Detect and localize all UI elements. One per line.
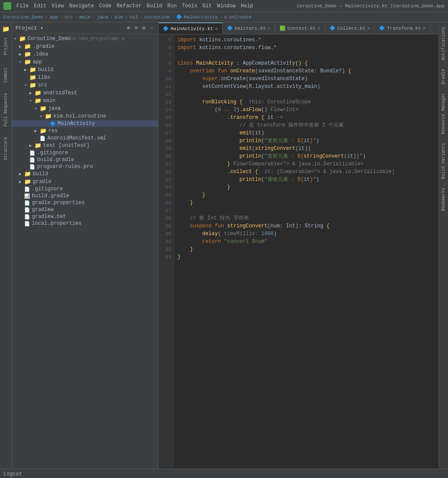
- menu-navigate[interactable]: Navigate: [69, 3, 94, 9]
- menu-view[interactable]: View: [52, 3, 64, 9]
- bc-coroutine-demo[interactable]: Coroutine_Demo: [3, 15, 43, 20]
- tab-context[interactable]: 🟩 Context.kt ✕: [275, 22, 325, 34]
- tab-label-emitters: Emitters.kt: [235, 26, 266, 31]
- tree-item-build-root[interactable]: ▶ 📁 build: [12, 170, 158, 178]
- tree-item-main[interactable]: ▾ 📁 main: [12, 97, 158, 105]
- side-tab-project[interactable]: Project: [3, 35, 9, 57]
- right-side-tabs: Notifications Gradle Resource Manager Bu…: [439, 22, 448, 469]
- bc-java[interactable]: java: [97, 15, 108, 20]
- menu-run[interactable]: Run: [167, 3, 177, 9]
- tree-item-manifest[interactable]: 📄 AndroidManifest.xml: [12, 135, 158, 142]
- tree-item-gradlew[interactable]: 📄 gradlew: [12, 206, 158, 213]
- tree-label-app: app: [33, 59, 42, 65]
- file-icon-gitignore-app: 📄: [29, 150, 35, 156]
- folder-icon-androidtest: 📁: [34, 90, 41, 96]
- editor-tabs: 🔷 MainActivity.kt ✕ 🔷 Emitters.kt ✕ 🟩 Co…: [159, 22, 439, 34]
- side-icon-1[interactable]: 📁: [1, 24, 11, 34]
- side-tab-commit[interactable]: Commit: [3, 65, 9, 84]
- tree-item-gradle-root[interactable]: ▶ 📁 gradle: [12, 178, 158, 186]
- tree-item-mainactivity[interactable]: 🔷 MainActivity: [12, 120, 158, 127]
- bc-oncreate[interactable]: onCreate: [229, 15, 252, 20]
- bc-hsl[interactable]: hsl: [129, 15, 138, 20]
- tree-item-build-gradle-root[interactable]: 📊 build.gradle: [12, 192, 158, 199]
- side-tab-structure[interactable]: Structure: [3, 135, 9, 162]
- menubar: File Edit View Navigate Code Refactor Bu…: [0, 0, 448, 12]
- tree-label-proguard: proguard-rules.pro: [37, 164, 93, 170]
- bc-app[interactable]: app: [50, 15, 58, 20]
- tree-item-gitignore-app[interactable]: 📄 .gitignore: [12, 149, 158, 156]
- folder-icon-libs: 📁: [29, 74, 36, 81]
- tree-item-test[interactable]: ▶ 📁 test [unitTest]: [12, 142, 158, 149]
- proj-icon-sync[interactable]: ≡: [134, 25, 140, 32]
- bc-coroutine[interactable]: coroutine: [144, 15, 170, 20]
- tree-item-libs[interactable]: 📁 libs: [12, 74, 158, 81]
- tree-item-gradle-hidden[interactable]: ▶ 📁 .gradle: [12, 43, 158, 50]
- right-tab-bookmarks[interactable]: Bookmarks: [440, 185, 447, 214]
- tab-close-transform[interactable]: ✕: [423, 25, 426, 31]
- file-icon-gradlew: 📄: [24, 207, 30, 213]
- tree-item-proguard[interactable]: 📄 proguard-rules.pro: [12, 163, 158, 170]
- bc-main[interactable]: main: [79, 15, 90, 20]
- tab-close-collect[interactable]: ✕: [367, 25, 370, 31]
- tab-mainactivity[interactable]: 🔷 MainActivity.kt ✕: [159, 22, 223, 34]
- menu-tools[interactable]: Tools: [182, 3, 197, 9]
- menu-build[interactable]: Build: [146, 3, 162, 9]
- tree-item-local-props[interactable]: 📄 local.properties: [12, 220, 158, 227]
- code-content[interactable]: 5 6 7 8 9 10 11 12 13 14 15 16 17 18 19 …: [159, 34, 439, 469]
- project-panel: Project ▾ ⊕ ≡ ⚙ – ▾ 📁 Coroutine_Demo D:\…: [12, 22, 159, 469]
- right-tab-resource-manager[interactable]: Resource Manager: [440, 90, 447, 137]
- bc-mainactivity[interactable]: MainActivity: [184, 15, 218, 20]
- tree-item-java[interactable]: ▾ 📁 java: [12, 105, 158, 112]
- tree-arrow-java: ▾: [34, 106, 39, 111]
- tree-item-gitignore-root[interactable]: 📄 .gitignore: [12, 186, 158, 192]
- tab-close-context[interactable]: ✕: [317, 25, 320, 31]
- file-icon-mainactivity: 🔷: [50, 121, 56, 127]
- tab-transform[interactable]: 🔷 Transform.kt ✕: [375, 22, 430, 34]
- tree-label-gradlew: gradlew: [32, 207, 53, 213]
- tab-emitters[interactable]: 🔷 Emitters.kt ✕: [223, 22, 275, 34]
- tree-item-res[interactable]: ▶ 📁 res: [12, 127, 158, 135]
- menu-help[interactable]: Help: [241, 3, 253, 9]
- proj-icon-new[interactable]: ⊕: [126, 24, 132, 32]
- tree-item-gradle-props[interactable]: 📄 gradle.properties: [12, 199, 158, 206]
- right-tab-notifications[interactable]: Notifications: [440, 24, 447, 63]
- tree-arrow-root: ▾: [14, 36, 18, 41]
- right-tab-build-variants[interactable]: Build Variants: [440, 140, 447, 182]
- tree-item-build-gradle-app[interactable]: 📄 build.gradle: [12, 156, 158, 163]
- tree-label-build-app: build: [38, 67, 53, 73]
- folder-icon-gradle-hidden: 📁: [24, 43, 31, 50]
- proj-icon-close[interactable]: –: [149, 25, 155, 32]
- tree-label-idea: .idea: [33, 51, 48, 57]
- tree-item-kim-hsl[interactable]: ▾ 📁 kim.hsl.coroutine: [12, 112, 158, 120]
- tree-item-app[interactable]: ▾ 📁 app: [12, 58, 158, 66]
- tree-item-src[interactable]: ▾ 📁 src: [12, 81, 158, 89]
- menu-edit[interactable]: Edit: [34, 3, 47, 9]
- menu-window[interactable]: Window: [217, 3, 236, 9]
- tab-icon-collect: 🔷: [330, 25, 336, 31]
- tree-arrow-kim-hsl: ▾: [40, 114, 44, 119]
- menu-git[interactable]: Git: [202, 3, 212, 9]
- tree-label-test: test [unitTest]: [43, 143, 90, 149]
- tree-item-gradlew-bat[interactable]: 📄 gradlew.bat: [12, 213, 158, 220]
- android-icon: [3, 2, 11, 10]
- tab-close-mainactivity[interactable]: ✕: [215, 26, 218, 31]
- bc-src[interactable]: src: [64, 15, 73, 20]
- tree-item-build-app[interactable]: ▶ 📁 build: [12, 66, 158, 74]
- bc-icon-kotlin: 🔷: [176, 14, 182, 20]
- menu-code[interactable]: Code: [99, 3, 112, 9]
- menu-file[interactable]: File: [16, 3, 29, 9]
- tree-item-root[interactable]: ▾ 📁 Coroutine_Demo D:\002_Project\002_A: [12, 35, 158, 43]
- project-tree[interactable]: ▾ 📁 Coroutine_Demo D:\002_Project\002_A …: [12, 34, 158, 469]
- tab-collect[interactable]: 🔷 Collect.kt ✕: [325, 22, 375, 34]
- right-tab-gradle[interactable]: Gradle: [440, 66, 447, 87]
- proj-icon-settings[interactable]: ⚙: [141, 24, 147, 32]
- tree-item-idea[interactable]: ▶ 📁 .idea: [12, 50, 158, 58]
- tab-close-emitters[interactable]: ✕: [268, 25, 271, 31]
- tree-label-src: src: [38, 82, 47, 88]
- menu-refactor[interactable]: Refactor: [117, 3, 142, 9]
- bc-kim[interactable]: kim: [115, 15, 123, 20]
- side-tab-pull-requests[interactable]: Pull Requests: [3, 91, 9, 128]
- tree-label-gradle-hidden: .gradle: [33, 43, 54, 50]
- code-editor[interactable]: import kotlinx.coroutines.* import kotli…: [174, 34, 439, 469]
- tree-item-androidtest[interactable]: ▶ 📁 androidTest: [12, 89, 158, 97]
